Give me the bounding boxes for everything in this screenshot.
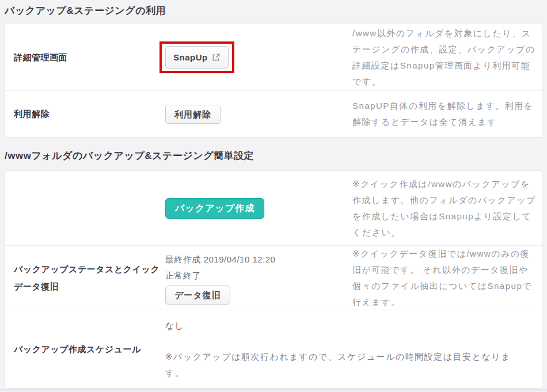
usage-card: 詳細管理画面 SnapUp /www以外のフォルダを対象にしたり、ステージングの… bbox=[4, 24, 542, 138]
section-title-usage: バックアップ&ステージングの利用 bbox=[4, 0, 542, 18]
row-label-backup-status: バックアップステータスとクイックデータ復旧 bbox=[5, 261, 165, 295]
quick-setup-card: バックアップ作成 ※クイック作成は/wwwのバックアップを作成します。他のフォル… bbox=[4, 170, 542, 389]
row-action-cancel-usage: 利用解除 bbox=[165, 105, 352, 124]
row-description-admin-screen: /www以外のフォルダを対象にしたり、ステージングの作成、設定、バックアップの詳… bbox=[352, 25, 542, 90]
page-bottom-divider bbox=[0, 389, 547, 392]
table-row-backup-schedule: バックアップ作成スケジュール なし ※バックアップは順次行われますので、スケジュ… bbox=[5, 310, 542, 388]
last-created-text: 最終作成 2019/04/10 12:20 bbox=[165, 252, 352, 268]
cancel-usage-button-label: 利用解除 bbox=[174, 108, 211, 120]
status-result-text: 正常終了 bbox=[165, 268, 352, 284]
create-backup-button[interactable]: バックアップ作成 bbox=[165, 198, 264, 219]
table-row-admin-screen: 詳細管理画面 SnapUp /www以外のフォルダを対象にしたり、ステージングの… bbox=[5, 24, 542, 91]
backup-staging-page: バックアップ&ステージングの利用 詳細管理画面 SnapUp /www以外のフォ… bbox=[0, 0, 547, 389]
schedule-value-text: なし bbox=[165, 318, 527, 334]
cancel-usage-button[interactable]: 利用解除 bbox=[165, 105, 221, 124]
row-content-backup-schedule: なし ※バックアップは順次行われますので、スケジュールの時間設定は目安となります… bbox=[165, 318, 542, 381]
row-description-create-backup: ※クイック作成は/wwwのバックアップを作成します。他のフォルダのバックアップを… bbox=[352, 176, 542, 241]
row-label-cancel-usage: 利用解除 bbox=[5, 105, 165, 123]
table-row-cancel-usage: 利用解除 利用解除 SnapUP自体の利用を解除します。利用を解除するとデータは… bbox=[5, 91, 542, 137]
snapup-highlight-box: SnapUp bbox=[159, 41, 234, 73]
schedule-note-text: ※バックアップは順次行われますので、スケジュールの時間設定は目安となります。 bbox=[165, 349, 527, 381]
row-label-admin-screen: 詳細管理画面 bbox=[5, 49, 165, 66]
row-description-cancel-usage: SnapUP自体の利用を解除します。利用を解除するとデータは全て消えます bbox=[352, 98, 542, 130]
snapup-button[interactable]: SnapUp bbox=[165, 46, 229, 68]
row-label-backup-schedule: バックアップ作成スケジュール bbox=[5, 341, 165, 358]
data-restore-button[interactable]: データ復旧 bbox=[165, 286, 230, 305]
section-title-quick-setup: /wwwフォルダのバックアップ&ステージング簡単設定 bbox=[4, 149, 542, 163]
data-restore-button-label: データ復旧 bbox=[174, 289, 221, 301]
external-link-icon bbox=[212, 53, 221, 62]
snapup-button-label: SnapUp bbox=[173, 51, 208, 63]
row-description-backup-status: ※クイックデータ復旧では/wwwのみの復旧が可能です。 それ以外のデータ復旧や個… bbox=[352, 246, 542, 310]
row-action-admin-screen: SnapUp bbox=[165, 41, 352, 73]
table-row-backup-status: バックアップステータスとクイックデータ復旧 最終作成 2019/04/10 12… bbox=[5, 246, 542, 310]
row-action-create-backup: バックアップ作成 bbox=[165, 198, 352, 219]
table-row-create-backup: バックアップ作成 ※クイック作成は/wwwのバックアップを作成します。他のフォル… bbox=[5, 171, 542, 246]
row-content-backup-status: 最終作成 2019/04/10 12:20 正常終了 データ復旧 bbox=[165, 252, 352, 305]
